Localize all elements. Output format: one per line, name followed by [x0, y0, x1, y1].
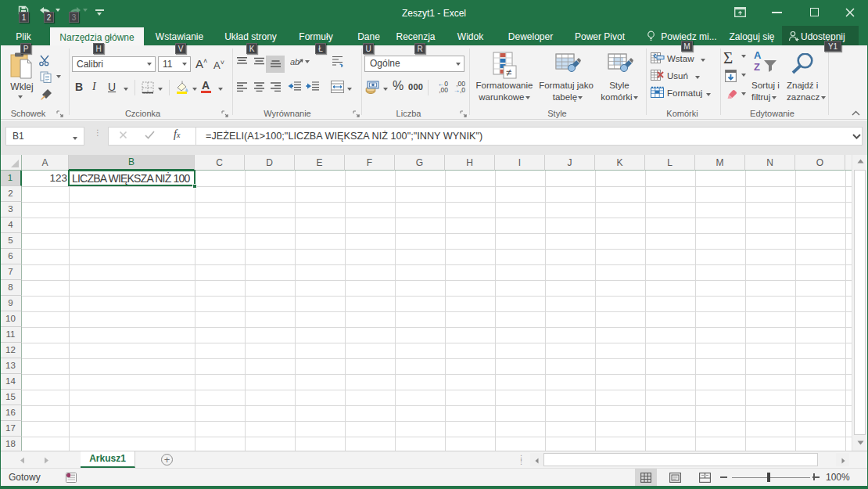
svg-text:ab: ab [290, 57, 299, 67]
svg-text:≠: ≠ [506, 67, 511, 78]
